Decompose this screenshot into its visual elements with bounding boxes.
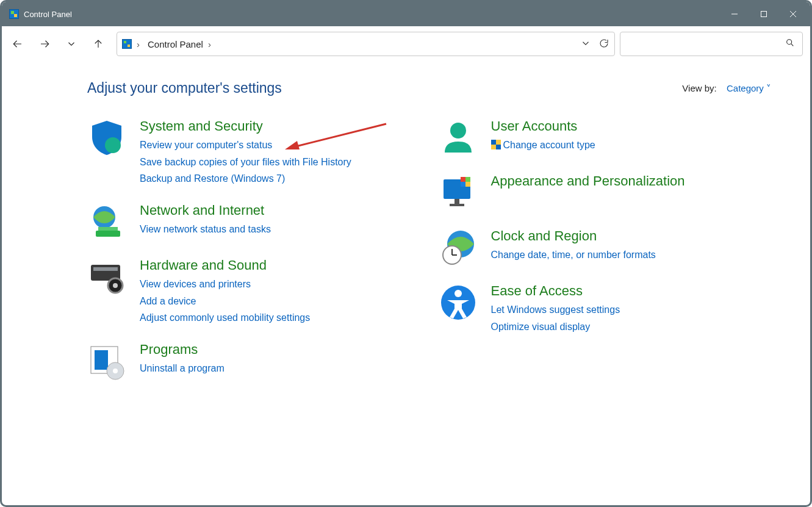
up-button[interactable]: [85, 31, 112, 57]
view-by-value: Category: [727, 83, 764, 93]
maximize-button[interactable]: [749, 2, 778, 26]
svg-rect-25: [461, 177, 465, 182]
user-accounts-link[interactable]: User Accounts: [491, 118, 595, 134]
minimize-button[interactable]: [720, 2, 749, 26]
close-button[interactable]: [778, 2, 808, 26]
svg-rect-27: [461, 182, 465, 187]
sublink[interactable]: View devices and printers: [140, 276, 310, 292]
svg-point-34: [455, 290, 462, 297]
sublink[interactable]: Add a device: [140, 293, 310, 309]
network-internet-link[interactable]: Network and Internet: [140, 203, 271, 218]
ease-of-access-icon: [439, 283, 478, 322]
chevron-right-icon: ›: [208, 39, 214, 49]
sublink-text: Change account type: [503, 140, 595, 150]
shield-icon: [87, 118, 126, 157]
sublink[interactable]: Backup and Restore (Windows 7): [140, 170, 351, 187]
left-column: System and Security Review your computer…: [87, 118, 420, 381]
svg-line-8: [791, 44, 794, 46]
svg-rect-14: [93, 267, 118, 271]
svg-rect-26: [465, 177, 470, 182]
sublink[interactable]: Optimize visual display: [491, 318, 620, 335]
sublink[interactable]: Save backup copies of your files with Fi…: [140, 154, 351, 170]
svg-point-21: [450, 123, 466, 138]
category-clock-region: Clock and Region Change date, time, or n…: [439, 228, 772, 267]
sublink[interactable]: Change date, time, or number formats: [491, 246, 656, 263]
svg-rect-18: [95, 350, 108, 370]
hardware-icon: [87, 257, 126, 297]
forward-button[interactable]: [31, 31, 58, 57]
appearance-personalization-link[interactable]: Appearance and Personalization: [491, 173, 685, 189]
breadcrumb[interactable]: Control Panel: [148, 39, 203, 49]
sublink[interactable]: Review your computer's status: [140, 137, 351, 153]
view-by-dropdown[interactable]: Category ˅: [727, 83, 771, 93]
programs-link[interactable]: Programs: [140, 342, 225, 358]
refresh-button[interactable]: [598, 38, 609, 51]
search-input[interactable]: [620, 32, 803, 56]
programs-icon: [87, 342, 126, 381]
category-ease-of-access: Ease of Access Let Windows suggest setti…: [439, 283, 772, 335]
svg-point-7: [787, 40, 792, 45]
back-button[interactable]: [4, 31, 31, 57]
sublink[interactable]: Change account type: [491, 137, 595, 153]
svg-rect-11: [96, 231, 120, 237]
category-appearance-personalization: Appearance and Personalization: [439, 173, 772, 212]
content-area: Adjust your computer's settings View by:…: [2, 62, 810, 505]
uac-shield-icon: [491, 140, 501, 149]
svg-rect-23: [455, 199, 459, 204]
network-icon: [87, 203, 126, 242]
clock-region-link[interactable]: Clock and Region: [491, 228, 656, 244]
svg-rect-24: [450, 204, 464, 206]
toolbar: › Control Panel ›: [2, 26, 810, 62]
chevron-down-icon: ˅: [766, 83, 771, 93]
clock-icon: [439, 228, 478, 267]
sublink[interactable]: Uninstall a program: [140, 360, 225, 376]
control-panel-icon: [9, 9, 19, 19]
titlebar: Control Panel: [2, 2, 810, 26]
hardware-sound-link[interactable]: Hardware and Sound: [140, 257, 310, 273]
category-user-accounts: User Accounts Change account type: [439, 118, 772, 157]
svg-point-20: [113, 369, 118, 373]
right-column: User Accounts Change account type Appear…: [439, 118, 772, 381]
search-icon: [785, 38, 795, 50]
svg-rect-12: [98, 227, 118, 231]
user-icon: [439, 118, 478, 157]
sublink[interactable]: Let Windows suggest settings: [491, 301, 620, 318]
recent-locations-button[interactable]: [58, 31, 85, 57]
sublink[interactable]: View network status and tasks: [140, 221, 271, 237]
address-history-button[interactable]: [580, 38, 591, 51]
category-programs: Programs Uninstall a program: [87, 342, 420, 381]
view-by-control: View by: Category ˅: [682, 83, 771, 94]
appearance-icon: [439, 173, 478, 212]
ease-of-access-link[interactable]: Ease of Access: [491, 283, 620, 299]
svg-rect-1: [761, 12, 767, 17]
chevron-right-icon: ›: [137, 39, 143, 49]
control-panel-icon: [122, 39, 132, 49]
category-hardware-sound: Hardware and Sound View devices and prin…: [87, 257, 420, 326]
svg-point-9: [105, 137, 121, 153]
svg-rect-28: [465, 182, 470, 187]
sublink[interactable]: Adjust commonly used mobility settings: [140, 309, 310, 326]
view-by-label: View by:: [682, 83, 716, 93]
window-title: Control Panel: [24, 10, 72, 19]
address-bar[interactable]: › Control Panel ›: [117, 32, 615, 56]
category-system-security: System and Security Review your computer…: [87, 118, 420, 187]
system-security-link[interactable]: System and Security: [140, 118, 351, 134]
svg-point-16: [113, 283, 118, 288]
category-network-internet: Network and Internet View network status…: [87, 203, 420, 242]
page-title: Adjust your computer's settings: [87, 80, 282, 96]
